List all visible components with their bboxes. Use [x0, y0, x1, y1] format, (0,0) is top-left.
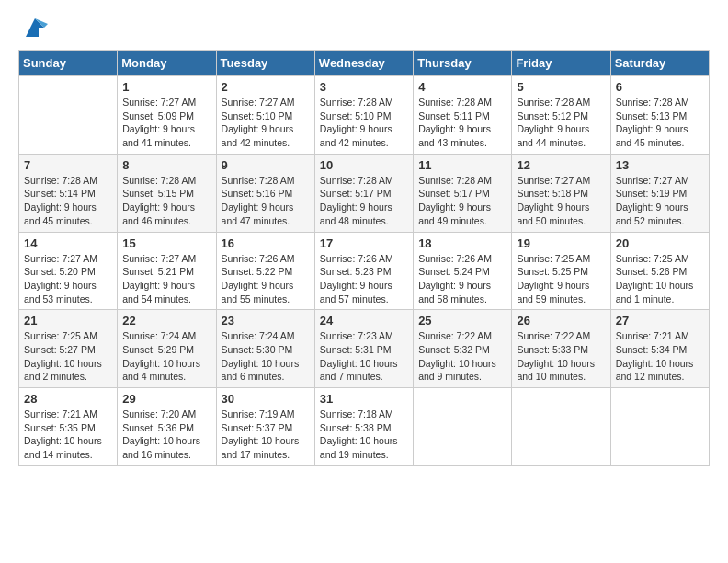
calendar-cell — [512, 388, 610, 466]
day-info: Sunrise: 7:22 AM Sunset: 5:32 PM Dayligh… — [418, 329, 506, 384]
calendar-cell: 4Sunrise: 7:28 AM Sunset: 5:11 PM Daylig… — [414, 76, 512, 155]
day-info: Sunrise: 7:26 AM Sunset: 5:22 PM Dayligh… — [222, 252, 310, 306]
calendar-cell: 17Sunrise: 7:26 AM Sunset: 5:23 PM Dayli… — [314, 232, 413, 310]
day-info: Sunrise: 7:27 AM Sunset: 5:18 PM Dayligh… — [517, 174, 605, 228]
day-number: 11 — [418, 158, 506, 172]
day-number: 13 — [616, 158, 704, 172]
day-number: 15 — [122, 236, 210, 250]
day-number: 5 — [517, 80, 605, 94]
day-info: Sunrise: 7:19 AM Sunset: 5:37 PM Dayligh… — [222, 408, 310, 462]
day-info: Sunrise: 7:28 AM Sunset: 5:16 PM Dayligh… — [222, 174, 310, 228]
day-number: 29 — [122, 392, 210, 406]
calendar-week-row: 28Sunrise: 7:21 AM Sunset: 5:35 PM Dayli… — [19, 388, 710, 466]
day-header-saturday: Saturday — [610, 51, 709, 76]
day-info: Sunrise: 7:20 AM Sunset: 5:36 PM Dayligh… — [122, 408, 210, 462]
calendar-cell: 14Sunrise: 7:27 AM Sunset: 5:20 PM Dayli… — [19, 232, 118, 310]
calendar-cell: 21Sunrise: 7:25 AM Sunset: 5:27 PM Dayli… — [19, 310, 118, 388]
day-info: Sunrise: 7:21 AM Sunset: 5:35 PM Dayligh… — [24, 408, 112, 462]
calendar-cell: 7Sunrise: 7:28 AM Sunset: 5:14 PM Daylig… — [19, 154, 118, 232]
calendar-cell: 28Sunrise: 7:21 AM Sunset: 5:35 PM Dayli… — [19, 388, 118, 466]
calendar-cell: 19Sunrise: 7:25 AM Sunset: 5:25 PM Dayli… — [512, 232, 610, 310]
day-number: 20 — [616, 236, 704, 250]
day-info: Sunrise: 7:23 AM Sunset: 5:31 PM Dayligh… — [320, 329, 408, 384]
logo — [18, 15, 48, 40]
day-info: Sunrise: 7:22 AM Sunset: 5:33 PM Dayligh… — [517, 329, 605, 384]
calendar-cell — [414, 388, 512, 466]
calendar-cell: 23Sunrise: 7:24 AM Sunset: 5:30 PM Dayli… — [216, 310, 314, 388]
day-number: 24 — [320, 314, 408, 327]
page-header — [18, 15, 710, 40]
calendar-cell: 29Sunrise: 7:20 AM Sunset: 5:36 PM Dayli… — [118, 388, 216, 466]
calendar-cell: 11Sunrise: 7:28 AM Sunset: 5:17 PM Dayli… — [414, 154, 512, 232]
calendar-cell: 12Sunrise: 7:27 AM Sunset: 5:18 PM Dayli… — [512, 154, 610, 232]
calendar-cell: 16Sunrise: 7:26 AM Sunset: 5:22 PM Dayli… — [216, 232, 314, 310]
day-number: 7 — [24, 158, 112, 172]
calendar-cell: 31Sunrise: 7:18 AM Sunset: 5:38 PM Dayli… — [314, 388, 413, 466]
day-info: Sunrise: 7:28 AM Sunset: 5:17 PM Dayligh… — [320, 174, 408, 228]
calendar-cell — [19, 76, 118, 155]
calendar-cell — [610, 388, 709, 466]
day-header-thursday: Thursday — [414, 51, 512, 76]
day-header-wednesday: Wednesday — [314, 51, 413, 76]
day-number: 31 — [320, 392, 408, 406]
day-info: Sunrise: 7:21 AM Sunset: 5:34 PM Dayligh… — [616, 329, 704, 384]
day-info: Sunrise: 7:25 AM Sunset: 5:25 PM Dayligh… — [517, 252, 605, 306]
day-number: 23 — [222, 314, 310, 327]
calendar-week-row: 14Sunrise: 7:27 AM Sunset: 5:20 PM Dayli… — [19, 232, 710, 310]
calendar-cell: 25Sunrise: 7:22 AM Sunset: 5:32 PM Dayli… — [414, 310, 512, 388]
day-number: 22 — [122, 314, 210, 327]
calendar-week-row: 1Sunrise: 7:27 AM Sunset: 5:09 PM Daylig… — [19, 76, 710, 155]
day-number: 26 — [517, 314, 605, 327]
day-number: 14 — [24, 236, 112, 250]
day-header-sunday: Sunday — [19, 51, 118, 76]
calendar-cell: 3Sunrise: 7:28 AM Sunset: 5:10 PM Daylig… — [314, 76, 413, 155]
calendar-cell: 20Sunrise: 7:25 AM Sunset: 5:26 PM Dayli… — [610, 232, 709, 310]
calendar-cell: 27Sunrise: 7:21 AM Sunset: 5:34 PM Dayli… — [610, 310, 709, 388]
calendar-cell: 8Sunrise: 7:28 AM Sunset: 5:15 PM Daylig… — [118, 154, 216, 232]
day-number: 9 — [222, 158, 310, 172]
day-info: Sunrise: 7:28 AM Sunset: 5:10 PM Dayligh… — [320, 96, 408, 150]
calendar-cell: 1Sunrise: 7:27 AM Sunset: 5:09 PM Daylig… — [118, 76, 216, 155]
day-info: Sunrise: 7:28 AM Sunset: 5:17 PM Dayligh… — [418, 174, 506, 228]
day-info: Sunrise: 7:25 AM Sunset: 5:27 PM Dayligh… — [24, 329, 112, 384]
day-info: Sunrise: 7:27 AM Sunset: 5:20 PM Dayligh… — [24, 252, 112, 306]
calendar-cell: 6Sunrise: 7:28 AM Sunset: 5:13 PM Daylig… — [610, 76, 709, 155]
day-number: 16 — [222, 236, 310, 250]
calendar-cell: 10Sunrise: 7:28 AM Sunset: 5:17 PM Dayli… — [314, 154, 413, 232]
day-info: Sunrise: 7:27 AM Sunset: 5:09 PM Dayligh… — [122, 96, 210, 150]
calendar-cell: 15Sunrise: 7:27 AM Sunset: 5:21 PM Dayli… — [118, 232, 216, 310]
day-number: 25 — [418, 314, 506, 327]
calendar-cell: 9Sunrise: 7:28 AM Sunset: 5:16 PM Daylig… — [216, 154, 314, 232]
day-info: Sunrise: 7:27 AM Sunset: 5:10 PM Dayligh… — [222, 96, 310, 150]
day-number: 30 — [222, 392, 310, 406]
day-number: 3 — [320, 80, 408, 94]
day-header-tuesday: Tuesday — [216, 51, 314, 76]
day-number: 12 — [517, 158, 605, 172]
day-header-friday: Friday — [512, 51, 610, 76]
day-info: Sunrise: 7:24 AM Sunset: 5:29 PM Dayligh… — [122, 329, 210, 384]
calendar-cell: 13Sunrise: 7:27 AM Sunset: 5:19 PM Dayli… — [610, 154, 709, 232]
day-info: Sunrise: 7:28 AM Sunset: 5:15 PM Dayligh… — [122, 174, 210, 228]
day-number: 21 — [24, 314, 112, 327]
day-info: Sunrise: 7:28 AM Sunset: 5:12 PM Dayligh… — [517, 96, 605, 150]
calendar-cell: 5Sunrise: 7:28 AM Sunset: 5:12 PM Daylig… — [512, 76, 610, 155]
calendar-week-row: 21Sunrise: 7:25 AM Sunset: 5:27 PM Dayli… — [19, 310, 710, 388]
calendar-cell: 22Sunrise: 7:24 AM Sunset: 5:29 PM Dayli… — [118, 310, 216, 388]
calendar-week-row: 7Sunrise: 7:28 AM Sunset: 5:14 PM Daylig… — [19, 154, 710, 232]
day-header-monday: Monday — [118, 51, 216, 76]
day-info: Sunrise: 7:27 AM Sunset: 5:21 PM Dayligh… — [122, 252, 210, 306]
day-info: Sunrise: 7:25 AM Sunset: 5:26 PM Dayligh… — [616, 252, 704, 306]
calendar-cell: 2Sunrise: 7:27 AM Sunset: 5:10 PM Daylig… — [216, 76, 314, 155]
day-info: Sunrise: 7:26 AM Sunset: 5:23 PM Dayligh… — [320, 252, 408, 306]
calendar-cell: 26Sunrise: 7:22 AM Sunset: 5:33 PM Dayli… — [512, 310, 610, 388]
day-info: Sunrise: 7:18 AM Sunset: 5:38 PM Dayligh… — [320, 408, 408, 462]
day-number: 19 — [517, 236, 605, 250]
day-number: 28 — [24, 392, 112, 406]
day-number: 1 — [122, 80, 210, 94]
day-number: 18 — [418, 236, 506, 250]
calendar: SundayMondayTuesdayWednesdayThursdayFrid… — [18, 50, 710, 466]
calendar-cell: 18Sunrise: 7:26 AM Sunset: 5:24 PM Dayli… — [414, 232, 512, 310]
calendar-cell: 24Sunrise: 7:23 AM Sunset: 5:31 PM Dayli… — [314, 310, 413, 388]
day-number: 8 — [122, 158, 210, 172]
day-number: 2 — [222, 80, 310, 94]
